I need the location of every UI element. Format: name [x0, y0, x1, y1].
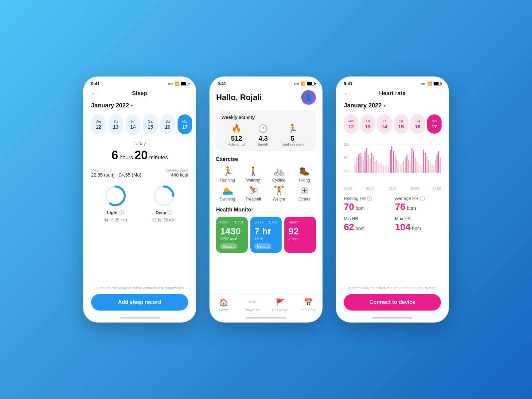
weight-label: Weight: [273, 197, 285, 201]
date-chip-th13[interactable]: Th 13: [108, 114, 123, 134]
date-chip-we12[interactable]: We 12: [91, 114, 106, 134]
phone3-body: ← Heart rate January 2022 ▾ We 12 Th 13 …: [336, 87, 449, 317]
svg-rect-32: [391, 146, 392, 173]
exercise-weight[interactable]: 🏋️ Weight: [267, 185, 290, 201]
page-title-1: Sleep: [132, 90, 147, 97]
wifi-icon-3: 📶: [427, 81, 432, 86]
svg-text:115: 115: [344, 143, 349, 146]
date-chip-sa15[interactable]: Sa 15: [143, 114, 158, 134]
svg-rect-38: [401, 164, 402, 173]
status-time-3: 9:41: [344, 81, 352, 86]
walking-label: Walking: [246, 178, 260, 183]
hdate-su16[interactable]: Su 16: [410, 114, 425, 134]
svg-rect-55: [430, 163, 431, 173]
nav-header-1: ← Sleep: [91, 87, 188, 102]
svg-rect-24: [378, 163, 379, 173]
food-date: 13/01: [234, 220, 244, 224]
month-selector-3[interactable]: January 2022 ▾: [344, 102, 441, 109]
svg-rect-35: [396, 160, 397, 173]
svg-rect-12: [358, 155, 359, 173]
date-chip-su16[interactable]: Su 16: [160, 114, 175, 134]
hdate-th13[interactable]: Th 13: [360, 114, 375, 134]
month-text-1: January 2022: [91, 102, 129, 109]
back-button-1[interactable]: ←: [91, 90, 98, 97]
cycling-label: Cycling: [272, 178, 285, 183]
svg-text:86: 86: [344, 156, 348, 160]
sleep-minutes: 20: [134, 148, 148, 162]
nav-progress[interactable]: 〰 Progress: [238, 298, 266, 312]
calories-burnt-item: Calories burnt 440 kcal: [166, 168, 188, 178]
date-chip-mo17[interactable]: Mo 17: [178, 114, 192, 134]
svg-rect-21: [373, 156, 374, 173]
health-heart-card[interactable]: Heart r 92 /minut: [284, 217, 316, 253]
status-bar-1: 9:41 ▪▪▪▪ 📶: [83, 76, 196, 87]
hdate-fr14[interactable]: Fr 14: [377, 114, 392, 134]
deep-label-row: Deep i: [156, 210, 172, 215]
nav-home[interactable]: 🏠 Home: [209, 298, 238, 312]
light-time: 04 hr, 25 min: [104, 218, 127, 222]
time-12: 12:00: [388, 187, 396, 191]
svg-rect-31: [390, 150, 391, 173]
hdate-mo17[interactable]: Mo 17: [427, 114, 442, 134]
sleep-record-btn[interactable]: Record: [254, 243, 271, 249]
weekly-activity-card: Weekly activity 🔥 512 Activity cal 🕐 4.3…: [216, 110, 316, 151]
back-button-3[interactable]: ←: [344, 90, 350, 97]
exercise-hiking[interactable]: 🥾 Hiking: [293, 166, 316, 183]
svg-rect-15: [363, 160, 364, 173]
connect-device-button[interactable]: Connect to device: [344, 294, 441, 311]
swim-label: Swiming: [220, 197, 235, 201]
svg-rect-39: [403, 161, 404, 173]
svg-rect-59: [437, 155, 438, 173]
health-sleep-card[interactable]: Sleep 13/01 7 hr 4 min Record: [250, 217, 282, 253]
sleep-duration: 6 hours 20 minutes: [91, 148, 188, 162]
hdate-sa15[interactable]: Sa 15: [394, 114, 408, 134]
health-food-card[interactable]: Food 13/01 1430 /2200 kcal Record: [216, 217, 248, 253]
avatar: 👤: [301, 90, 316, 105]
greeting-row: Hallo, Rojali 👤: [216, 90, 316, 105]
hdate-we12[interactable]: We 12: [344, 114, 358, 134]
exercise-walking[interactable]: 🚶 Walking: [242, 166, 265, 183]
food-card-tag: Food 13/01: [220, 220, 244, 224]
svg-rect-34: [395, 156, 396, 173]
exercise-swiming[interactable]: 🏊 Swiming: [216, 185, 239, 201]
svg-rect-57: [433, 165, 434, 173]
time-stat-label: time/h: [258, 142, 268, 146]
home-nav-label: Home: [219, 308, 228, 312]
svg-rect-47: [416, 161, 417, 173]
add-sleep-button[interactable]: Add sleep record: [91, 294, 188, 311]
exercise-grid: 🏃 Running 🚶 Walking 🚲 Cycling 🥾 Hiking 🏊…: [216, 166, 316, 201]
sleep-period-item: Sleep period 22.35 (sun) - 04.55 (Mo): [91, 168, 141, 178]
svg-rect-50: [422, 164, 423, 173]
exercise-others[interactable]: ⊞ Others: [293, 185, 316, 201]
svg-rect-22: [375, 161, 376, 173]
sleep-card-value: 7 hr: [254, 226, 278, 237]
stat-time: 🕐 4.3 time/h: [258, 124, 268, 146]
exercise-running[interactable]: 🏃 Running: [216, 166, 239, 183]
svg-rect-25: [380, 165, 381, 173]
walking-icon: 🚶: [248, 166, 259, 177]
dropdown-arrow-3: ▾: [384, 103, 386, 108]
resting-hr-label: Resting HR i: [344, 196, 390, 201]
deep-info-icon: i: [168, 210, 172, 215]
exercise-treadmill[interactable]: ⛷️ Treadmil: [242, 185, 265, 201]
svg-rect-44: [411, 148, 412, 173]
phone2-main: Hallo, Rojali 👤 Weekly activity 🔥 512 Ac…: [209, 87, 323, 295]
nav-challenge[interactable]: 🚩 Challenge: [266, 298, 294, 312]
auto-record-1: automatically recorded when connected to…: [91, 286, 188, 290]
svg-rect-41: [406, 155, 407, 173]
hr-chart-svg: 115 86 60: [344, 140, 441, 183]
date-chip-fr14[interactable]: Fr 14: [126, 114, 140, 134]
nav-planning[interactable]: 📅 Planning: [294, 298, 323, 312]
month-selector-1[interactable]: January 2022 ▾: [91, 102, 188, 109]
deep-sleep-graphic: [152, 184, 176, 207]
exercise-cycling[interactable]: 🚲 Cycling: [267, 166, 290, 183]
heart-card-label: Heart r: [288, 220, 300, 224]
exercise-title: Exercise: [216, 156, 316, 162]
svg-rect-19: [370, 158, 371, 173]
weight-icon: 🏋️: [274, 185, 284, 196]
run-icon: 🏃: [281, 124, 304, 133]
svg-rect-27: [383, 165, 384, 173]
resting-info-icon: i: [367, 196, 372, 201]
food-record-btn[interactable]: Record: [220, 243, 237, 249]
max-hr-item: Max HR 104 bpm: [395, 216, 441, 232]
